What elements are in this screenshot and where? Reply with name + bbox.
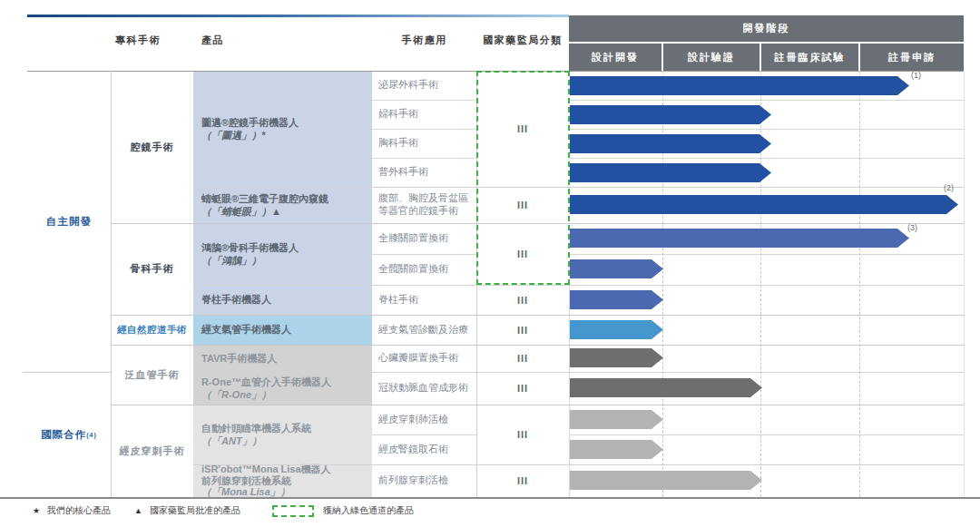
column-divider bbox=[111, 71, 112, 497]
stage-gridline bbox=[859, 71, 860, 497]
class-spine-value: III bbox=[517, 295, 528, 306]
product-dragonfly-alias: （「蜻蜓眼」）▲ bbox=[201, 205, 281, 218]
application-abdominal-label: 腹部、胸腔及骨盆區等器官的腔鏡手術 bbox=[378, 192, 476, 218]
app-row-divider bbox=[570, 100, 964, 101]
specialty-orthopedic-label: 骨科手術 bbox=[131, 262, 174, 276]
application-urology: 泌尿外科手術 bbox=[372, 71, 476, 100]
product-tavr-robot: TAVR手術機器人 bbox=[193, 345, 372, 372]
pipeline-bar-bronchial bbox=[570, 320, 663, 339]
specialty-orthopedic: 骨科手術 bbox=[111, 223, 193, 315]
legend-approved-product-label: 國家藥監局批准的產品 bbox=[150, 504, 240, 517]
application-general: 普外科手術 bbox=[372, 158, 476, 187]
pipeline-bar-lung-biopsy bbox=[570, 410, 663, 429]
group-self-developed: 自主開發 bbox=[27, 71, 111, 372]
legend-core-product: ★ 我們的核心產品 bbox=[33, 503, 111, 518]
product-ant-line1: 自動針頭瞄準機器人系統 bbox=[201, 422, 311, 434]
class-ant-value: III bbox=[517, 429, 528, 440]
header-stage-registration: 註冊申請 bbox=[860, 44, 964, 71]
triangle-icon: ▲ bbox=[134, 506, 142, 515]
stage-gridline bbox=[760, 71, 761, 497]
row-divider bbox=[193, 285, 964, 286]
group-self-developed-label: 自主開發 bbox=[46, 215, 92, 229]
product-bronchoscopy-robot: 經支氣管手術機器人 bbox=[193, 315, 372, 345]
application-gynecology: 婦科手術 bbox=[372, 100, 476, 129]
pipeline-bar-abdominal bbox=[570, 195, 958, 214]
application-coronary-label: 冠狀動脈血管成形術 bbox=[378, 382, 468, 395]
product-dragonfly: 蜻蜓眼®三維電子腹腔內窺鏡 （「蜻蜓眼」）▲ bbox=[193, 187, 372, 223]
note-3: (3) bbox=[907, 223, 917, 232]
legend-core-product-label: 我們的核心產品 bbox=[47, 504, 111, 517]
application-bronchial-label: 經支氣管診斷及治療 bbox=[378, 324, 468, 337]
group-international-sup: (4) bbox=[86, 432, 97, 438]
green-channel-box bbox=[476, 71, 570, 285]
header-stage-design-verify: 設計驗證 bbox=[663, 44, 760, 71]
product-monalisa: iSR'obot™Mona Lisa機器人 前列腺穿刺活檢系統 （「Mona L… bbox=[193, 464, 372, 497]
application-gynecology-label: 婦科手術 bbox=[378, 108, 418, 121]
product-tavr-line1: TAVR手術機器人 bbox=[201, 352, 277, 365]
group-international: 國際合作(4) bbox=[27, 372, 111, 497]
product-bronchoscopy-line1: 經支氣管手術機器人 bbox=[201, 323, 291, 336]
product-ant: 自動針頭瞄準機器人系統 （「ANT」） bbox=[193, 405, 372, 464]
application-tha: 全髖關節置換術 bbox=[372, 254, 476, 285]
row-divider bbox=[193, 464, 964, 465]
pipeline-bar-tha bbox=[570, 259, 663, 278]
specialty-endoscopic: 腔鏡手術 bbox=[111, 71, 193, 223]
header-specialty: 專科手術 bbox=[111, 22, 193, 58]
pipeline-bar-urology bbox=[570, 76, 909, 95]
note-1: (1) bbox=[911, 71, 921, 80]
pipeline-bar-general bbox=[570, 163, 771, 182]
product-toumai-line1: 圖邁®腔鏡手術機器人 bbox=[201, 116, 299, 129]
application-lung-biopsy-label: 經皮穿刺肺活檢 bbox=[378, 414, 448, 426]
app-row-divider bbox=[372, 100, 476, 101]
application-bronchial: 經支氣管診斷及治療 bbox=[372, 315, 476, 345]
product-pipeline-figure: 專科手術 產品 手術應用 國家藥監局分類 開發階段 設計開發 設計驗證 註冊臨床… bbox=[0, 0, 980, 527]
stage-3-label: 註冊臨床試驗 bbox=[775, 51, 846, 64]
product-honghu: 鴻鵠®骨科手術機器人 （「鴻鵠」） bbox=[193, 223, 372, 285]
class-bronchoscopy: III bbox=[476, 315, 569, 345]
product-spine-robot: 脊柱手術機器人 bbox=[193, 285, 372, 315]
product-rone-line1: R-One™血管介入手術機器人 bbox=[201, 376, 331, 388]
pipeline-bar-tka bbox=[570, 229, 909, 248]
specialty-natural-orifice-label: 經自然腔道手術 bbox=[117, 324, 187, 337]
header-nmpa-class: 國家藥監局分類 bbox=[476, 22, 569, 58]
app-row-divider bbox=[372, 254, 476, 255]
pipeline-bar-spine bbox=[570, 290, 663, 309]
product-toumai-alias: （「圖邁」）* bbox=[201, 129, 265, 142]
header-product: 產品 bbox=[193, 22, 372, 58]
specialty-endoscopic-label: 腔鏡手術 bbox=[131, 141, 174, 154]
legend-approved-product: ▲ 國家藥監局批准的產品 bbox=[134, 503, 240, 518]
legend-green-channel: 獲納入綠色通道的產品 bbox=[323, 503, 414, 518]
pipeline-bar-kidney-stone bbox=[570, 440, 663, 459]
application-kidney-stone: 經皮腎鏡取石術 bbox=[372, 434, 476, 464]
product-spine-line1: 脊柱手術機器人 bbox=[201, 293, 271, 306]
header-specialty-label: 專科手術 bbox=[115, 34, 161, 47]
column-divider bbox=[569, 285, 570, 497]
pipeline-bar-prostate-biopsy bbox=[570, 471, 762, 490]
header-dev-stage-band: 開發階段 bbox=[569, 15, 964, 42]
application-prostate-biopsy-label: 前列腺穿刺活檢 bbox=[378, 474, 448, 487]
app-row-divider bbox=[570, 434, 964, 435]
class-rone-value: III bbox=[517, 383, 528, 394]
specialty-panvascular-label: 泛血管手術 bbox=[125, 368, 180, 382]
row-divider bbox=[193, 187, 964, 188]
green-channel-swatch bbox=[272, 505, 314, 517]
application-coronary: 冠狀動脈血管成形術 bbox=[372, 372, 476, 405]
product-honghu-line1: 鴻鵠®骨科手術機器人 bbox=[201, 241, 299, 254]
application-thoracic: 胸科手術 bbox=[372, 129, 476, 158]
header-nmpa-class-label: 國家藥監局分類 bbox=[483, 34, 563, 47]
app-row-divider bbox=[570, 158, 964, 159]
header-application: 手術應用 bbox=[372, 22, 476, 58]
row-divider bbox=[111, 405, 964, 405]
stage-2-label: 設計驗證 bbox=[688, 51, 735, 64]
star-icon: ★ bbox=[33, 506, 40, 515]
note-2: (2) bbox=[944, 183, 954, 192]
application-urology-label: 泌尿外科手術 bbox=[378, 79, 438, 92]
stage-4-label: 註冊申請 bbox=[888, 51, 936, 64]
top-accent-rule bbox=[27, 15, 569, 17]
pipeline-bar-thoracic bbox=[570, 134, 771, 153]
application-spine: 脊柱手術 bbox=[372, 285, 476, 315]
row-divider bbox=[111, 315, 964, 316]
table-right-edge bbox=[964, 71, 965, 497]
pipeline-bar-valve bbox=[570, 348, 663, 367]
stage-1-label: 設計開發 bbox=[592, 51, 639, 64]
